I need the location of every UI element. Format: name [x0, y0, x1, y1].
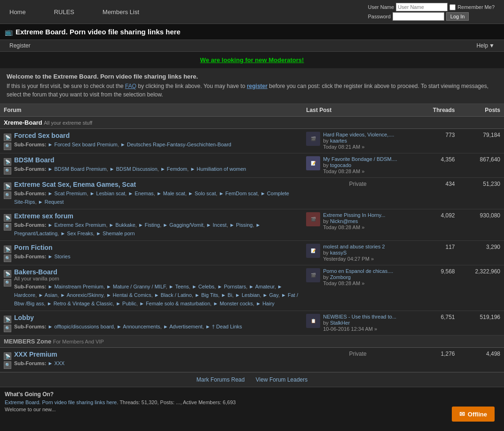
last-post-title[interactable]: My Favorite Bondage / BDSM.... — [306, 156, 410, 162]
subforum-link[interactable]: ► Male scat — [157, 191, 185, 196]
subforum-link[interactable]: ► † Dead Links — [205, 324, 242, 329]
forum-icon-rss[interactable]: 📡 — [4, 158, 11, 166]
subforum-link[interactable]: ► Gagging/Vomit — [163, 222, 203, 228]
subforum-link[interactable]: ► Lesbian — [235, 292, 260, 298]
subforum-link[interactable]: ► Announcements — [117, 324, 160, 329]
subforum-link[interactable]: ► Teens — [169, 284, 189, 289]
username-input[interactable] — [396, 3, 448, 11]
forum-title-scat[interactable]: Extreme Scat Sex, Enema Games, Scat — [14, 181, 136, 188]
forum-icon-rss[interactable]: 📡 — [4, 246, 11, 253]
help-link[interactable]: Help — [476, 42, 488, 49]
forum-icon-search[interactable]: 🔍 — [4, 167, 11, 175]
forum-icon-search[interactable]: 🔍 — [4, 223, 11, 231]
last-post-title[interactable]: Extreme Pissing In Horny... — [306, 212, 410, 218]
forum-icon-search[interactable]: 🔍 — [4, 192, 11, 199]
forum-icon-rss[interactable]: 📡 — [4, 352, 11, 360]
subforum-link[interactable]: ► BDSM Discussion — [110, 166, 158, 172]
forum-icon-search[interactable]: 🔍 — [4, 255, 11, 262]
subforum-link[interactable]: ► Retro & Vintage & Classic — [47, 301, 113, 306]
poster-link[interactable]: StalkHer — [330, 320, 350, 326]
forum-title-bdsm[interactable]: BDSM Board — [14, 156, 55, 164]
subforum-link[interactable]: ► Solo scat — [188, 191, 216, 196]
subforum-link[interactable]: ► Scat Premium — [48, 191, 87, 196]
poster-link[interactable]: togocado — [330, 162, 351, 168]
forum-icon-rss[interactable]: 📡 — [4, 316, 11, 323]
view-forum-leaders-link[interactable]: View Forum Leaders — [256, 376, 308, 383]
password-input[interactable] — [393, 12, 444, 21]
subforum-link[interactable]: ► Mainstream Premium — [48, 284, 103, 289]
mark-forums-read-link[interactable]: Mark Forums Read — [197, 376, 245, 383]
subforum-link[interactable]: ► Pornstars — [217, 284, 246, 289]
subforum-link[interactable]: ► Amateur — [249, 284, 274, 289]
subforum-link[interactable]: ► Black / Latino — [154, 292, 192, 298]
moderator-banner-link[interactable]: We are looking for new Moderators! — [200, 56, 304, 64]
poster-link[interactable]: Nickn@mes — [330, 218, 358, 224]
subforum-link[interactable]: ► Lesbian scat — [90, 191, 126, 196]
help-dropdown-icon[interactable]: ▼ — [489, 42, 495, 49]
last-post-title[interactable]: molest and abuse stories 2 — [306, 244, 410, 249]
faq-link[interactable]: FAQ — [125, 83, 136, 89]
subforum-link[interactable]: ► XXX — [48, 360, 65, 366]
subforum-link[interactable]: ► Shemale porn — [96, 231, 134, 236]
poster-link[interactable]: kaartes — [330, 138, 347, 144]
subforum-link[interactable]: ► Big Tits — [195, 292, 218, 298]
subforum-link[interactable]: ► Asian — [38, 292, 57, 298]
subforum-link[interactable]: ► Request — [38, 199, 64, 205]
forum-title-forced-sex[interactable]: Forced Sex board — [14, 132, 70, 139]
subforum-link[interactable]: ► Hentai & Comics — [106, 292, 151, 298]
subforum-link[interactable]: ► Forced Sex board Premium — [48, 142, 118, 147]
subforum-link[interactable]: ► Monster cocks — [213, 301, 253, 306]
members-list-link[interactable]: Members List — [102, 8, 139, 16]
forum-title-lobby[interactable]: Lobby — [14, 314, 34, 321]
remember-me-checkbox[interactable] — [449, 4, 456, 10]
subforum-link[interactable]: ► BDSM Board Premium — [48, 166, 107, 172]
forum-icon-rss[interactable]: 📡 — [4, 183, 11, 190]
subforum-link[interactable]: ► Pissing — [229, 222, 252, 228]
forum-icon-search[interactable]: 🔍 — [4, 279, 11, 287]
subforum-link[interactable]: ► Gay — [263, 292, 278, 298]
subforum-link[interactable]: ► Public — [116, 301, 136, 306]
subforum-link[interactable]: ► Stories — [48, 254, 71, 259]
forum-icon-search[interactable]: 🔍 — [4, 143, 11, 150]
forum-icon-rss[interactable]: 📡 — [4, 134, 11, 141]
forum-icon-rss[interactable]: 📡 — [4, 214, 11, 222]
forum-title-xxx[interactable]: XXX Premium — [14, 351, 57, 358]
subforum-link[interactable]: ► Bukkake — [109, 222, 135, 228]
subforum-link[interactable]: ► offtopic/discussions board — [48, 324, 114, 329]
subforum-link[interactable]: ► Bi — [221, 292, 232, 298]
poster-link[interactable]: kassyS — [330, 250, 346, 255]
subforum-link[interactable]: ► Anorexic/Skinny — [60, 292, 103, 298]
forum-title-extreme-sex[interactable]: Extreme sex forum — [14, 212, 73, 220]
last-post-title[interactable]: NEWBIES - Use this thread to... — [306, 314, 410, 319]
site-title: Extreme Board. Porn video file sharing l… — [16, 28, 181, 36]
subforum-link[interactable]: ► Advertisement — [163, 324, 203, 329]
subforum-link[interactable]: ► Hairy — [256, 301, 275, 306]
subforum-link[interactable]: ► Incest — [206, 222, 227, 228]
forum-icon-search[interactable]: 🔍 — [4, 325, 11, 332]
forum-icon-rss[interactable]: 📡 — [4, 270, 11, 278]
forum-title-porn-fiction[interactable]: Porn Fiction — [14, 244, 53, 251]
subforum-link[interactable]: ► Extreme Sex Premium — [48, 222, 106, 228]
poster-link[interactable]: Zomborg — [330, 274, 351, 280]
offline-chat-button[interactable]: ✉ Offline — [452, 407, 495, 416]
rules-link[interactable]: RULES — [54, 8, 74, 16]
forum-title-bakers[interactable]: Bakers-Board — [14, 268, 57, 276]
subforum-link[interactable]: ► Fisting — [138, 222, 160, 228]
last-post-title[interactable]: Porno en Espanol de chicas.... — [306, 268, 410, 274]
login-button[interactable]: Log In — [446, 12, 469, 21]
subforum-link[interactable]: ► Humiliation of women — [190, 166, 246, 172]
subforum-link[interactable]: ► Celebs — [192, 284, 214, 289]
home-link[interactable]: Home — [9, 8, 26, 16]
subforum-link[interactable]: ► FemDom scat — [219, 191, 257, 196]
subforum-link[interactable]: ► Sex Freaks — [60, 231, 93, 236]
last-post-title[interactable]: Hard Rape videos, Violence,.... — [306, 132, 410, 137]
register-link[interactable]: Register — [9, 42, 31, 49]
subforum-link[interactable]: ► Mature / Granny / MILF — [106, 284, 165, 289]
register-link-inline[interactable]: register — [247, 83, 268, 89]
subforum-link[interactable]: ► Female solo & masturbation — [139, 301, 210, 306]
subforum-link[interactable]: ► Deutsches Rape-Fantasy-Geschichten-Boa… — [120, 142, 231, 147]
subforum-link[interactable]: ► Enemas — [128, 191, 153, 196]
forum-icon-search[interactable]: 🔍 — [4, 361, 11, 369]
site-name-link[interactable]: Extreme Board. Porn video file sharing l… — [5, 399, 117, 405]
subforum-link[interactable]: ► Femdom — [160, 166, 187, 172]
